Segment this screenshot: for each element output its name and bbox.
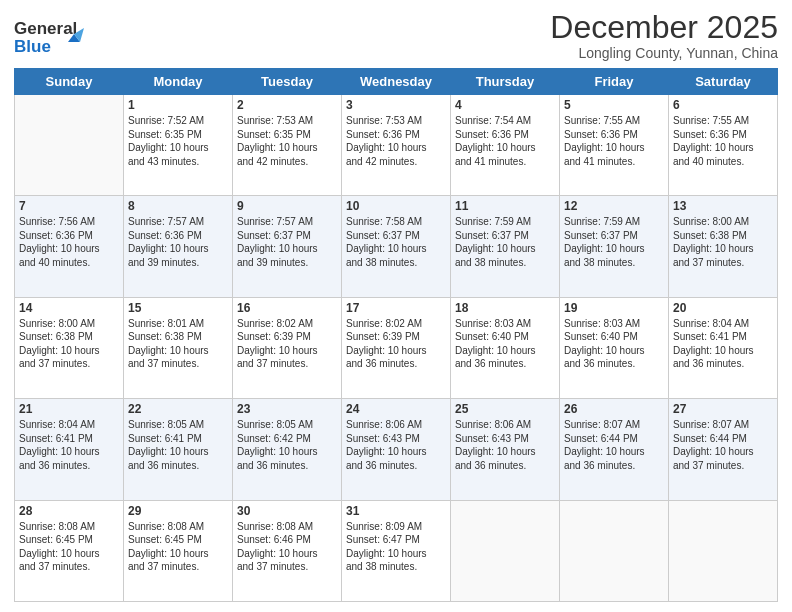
cell-content: Sunrise: 8:00 AMSunset: 6:38 PMDaylight:…	[673, 215, 773, 269]
cell-content: Sunrise: 7:55 AMSunset: 6:36 PMDaylight:…	[564, 114, 664, 168]
cell-content: Sunrise: 8:06 AMSunset: 6:43 PMDaylight:…	[346, 418, 446, 472]
calendar-cell: 1Sunrise: 7:52 AMSunset: 6:35 PMDaylight…	[124, 95, 233, 196]
calendar-cell: 16Sunrise: 8:02 AMSunset: 6:39 PMDayligh…	[233, 297, 342, 398]
calendar-cell: 25Sunrise: 8:06 AMSunset: 6:43 PMDayligh…	[451, 399, 560, 500]
cell-content: Sunrise: 8:02 AMSunset: 6:39 PMDaylight:…	[237, 317, 337, 371]
calendar-cell: 21Sunrise: 8:04 AMSunset: 6:41 PMDayligh…	[15, 399, 124, 500]
cell-content: Sunrise: 8:08 AMSunset: 6:45 PMDaylight:…	[128, 520, 228, 574]
day-number: 14	[19, 301, 119, 315]
calendar-cell: 2Sunrise: 7:53 AMSunset: 6:35 PMDaylight…	[233, 95, 342, 196]
day-number: 28	[19, 504, 119, 518]
calendar-cell: 9Sunrise: 7:57 AMSunset: 6:37 PMDaylight…	[233, 196, 342, 297]
month-title: December 2025	[550, 10, 778, 45]
calendar-cell: 5Sunrise: 7:55 AMSunset: 6:36 PMDaylight…	[560, 95, 669, 196]
day-header-friday: Friday	[560, 69, 669, 95]
day-number: 7	[19, 199, 119, 213]
cell-content: Sunrise: 7:53 AMSunset: 6:36 PMDaylight:…	[346, 114, 446, 168]
day-number: 24	[346, 402, 446, 416]
cell-content: Sunrise: 8:05 AMSunset: 6:42 PMDaylight:…	[237, 418, 337, 472]
calendar-cell: 31Sunrise: 8:09 AMSunset: 6:47 PMDayligh…	[342, 500, 451, 601]
calendar-cell	[451, 500, 560, 601]
day-number: 27	[673, 402, 773, 416]
calendar-cell: 12Sunrise: 7:59 AMSunset: 6:37 PMDayligh…	[560, 196, 669, 297]
day-header-tuesday: Tuesday	[233, 69, 342, 95]
day-number: 18	[455, 301, 555, 315]
day-number: 3	[346, 98, 446, 112]
calendar-header-row: SundayMondayTuesdayWednesdayThursdayFrid…	[15, 69, 778, 95]
calendar-cell: 24Sunrise: 8:06 AMSunset: 6:43 PMDayligh…	[342, 399, 451, 500]
day-number: 17	[346, 301, 446, 315]
cell-content: Sunrise: 8:09 AMSunset: 6:47 PMDaylight:…	[346, 520, 446, 574]
calendar-week-row: 14Sunrise: 8:00 AMSunset: 6:38 PMDayligh…	[15, 297, 778, 398]
calendar-cell: 3Sunrise: 7:53 AMSunset: 6:36 PMDaylight…	[342, 95, 451, 196]
calendar-cell: 11Sunrise: 7:59 AMSunset: 6:37 PMDayligh…	[451, 196, 560, 297]
day-header-monday: Monday	[124, 69, 233, 95]
day-number: 22	[128, 402, 228, 416]
cell-content: Sunrise: 7:57 AMSunset: 6:36 PMDaylight:…	[128, 215, 228, 269]
day-number: 31	[346, 504, 446, 518]
calendar-cell: 8Sunrise: 7:57 AMSunset: 6:36 PMDaylight…	[124, 196, 233, 297]
cell-content: Sunrise: 7:52 AMSunset: 6:35 PMDaylight:…	[128, 114, 228, 168]
calendar-cell: 27Sunrise: 8:07 AMSunset: 6:44 PMDayligh…	[669, 399, 778, 500]
day-number: 29	[128, 504, 228, 518]
cell-content: Sunrise: 8:03 AMSunset: 6:40 PMDaylight:…	[455, 317, 555, 371]
day-number: 2	[237, 98, 337, 112]
calendar-cell: 26Sunrise: 8:07 AMSunset: 6:44 PMDayligh…	[560, 399, 669, 500]
cell-content: Sunrise: 7:59 AMSunset: 6:37 PMDaylight:…	[455, 215, 555, 269]
calendar-week-row: 28Sunrise: 8:08 AMSunset: 6:45 PMDayligh…	[15, 500, 778, 601]
cell-content: Sunrise: 7:54 AMSunset: 6:36 PMDaylight:…	[455, 114, 555, 168]
calendar-cell: 4Sunrise: 7:54 AMSunset: 6:36 PMDaylight…	[451, 95, 560, 196]
cell-content: Sunrise: 8:04 AMSunset: 6:41 PMDaylight:…	[673, 317, 773, 371]
calendar-cell	[560, 500, 669, 601]
cell-content: Sunrise: 8:07 AMSunset: 6:44 PMDaylight:…	[673, 418, 773, 472]
cell-content: Sunrise: 8:08 AMSunset: 6:45 PMDaylight:…	[19, 520, 119, 574]
calendar-cell	[669, 500, 778, 601]
calendar-cell: 20Sunrise: 8:04 AMSunset: 6:41 PMDayligh…	[669, 297, 778, 398]
calendar-cell	[15, 95, 124, 196]
calendar-week-row: 7Sunrise: 7:56 AMSunset: 6:36 PMDaylight…	[15, 196, 778, 297]
day-number: 5	[564, 98, 664, 112]
day-number: 20	[673, 301, 773, 315]
calendar-cell: 10Sunrise: 7:58 AMSunset: 6:37 PMDayligh…	[342, 196, 451, 297]
cell-content: Sunrise: 8:00 AMSunset: 6:38 PMDaylight:…	[19, 317, 119, 371]
day-number: 13	[673, 199, 773, 213]
day-number: 1	[128, 98, 228, 112]
calendar-cell: 15Sunrise: 8:01 AMSunset: 6:38 PMDayligh…	[124, 297, 233, 398]
day-header-thursday: Thursday	[451, 69, 560, 95]
calendar-week-row: 1Sunrise: 7:52 AMSunset: 6:35 PMDaylight…	[15, 95, 778, 196]
calendar-cell: 6Sunrise: 7:55 AMSunset: 6:36 PMDaylight…	[669, 95, 778, 196]
day-header-saturday: Saturday	[669, 69, 778, 95]
calendar-cell: 13Sunrise: 8:00 AMSunset: 6:38 PMDayligh…	[669, 196, 778, 297]
day-number: 6	[673, 98, 773, 112]
cell-content: Sunrise: 7:59 AMSunset: 6:37 PMDaylight:…	[564, 215, 664, 269]
day-number: 16	[237, 301, 337, 315]
cell-content: Sunrise: 8:03 AMSunset: 6:40 PMDaylight:…	[564, 317, 664, 371]
cell-content: Sunrise: 8:01 AMSunset: 6:38 PMDaylight:…	[128, 317, 228, 371]
calendar-cell: 14Sunrise: 8:00 AMSunset: 6:38 PMDayligh…	[15, 297, 124, 398]
logo: General Blue	[14, 14, 94, 62]
calendar-cell: 17Sunrise: 8:02 AMSunset: 6:39 PMDayligh…	[342, 297, 451, 398]
title-section: December 2025 Longling County, Yunnan, C…	[550, 10, 778, 61]
day-number: 26	[564, 402, 664, 416]
cell-content: Sunrise: 7:56 AMSunset: 6:36 PMDaylight:…	[19, 215, 119, 269]
cell-content: Sunrise: 8:05 AMSunset: 6:41 PMDaylight:…	[128, 418, 228, 472]
day-number: 11	[455, 199, 555, 213]
day-number: 12	[564, 199, 664, 213]
cell-content: Sunrise: 7:58 AMSunset: 6:37 PMDaylight:…	[346, 215, 446, 269]
cell-content: Sunrise: 8:07 AMSunset: 6:44 PMDaylight:…	[564, 418, 664, 472]
cell-content: Sunrise: 8:06 AMSunset: 6:43 PMDaylight:…	[455, 418, 555, 472]
day-number: 8	[128, 199, 228, 213]
cell-content: Sunrise: 7:55 AMSunset: 6:36 PMDaylight:…	[673, 114, 773, 168]
logo-text: General Blue	[14, 14, 94, 62]
header: General Blue December 2025 Longling Coun…	[14, 10, 778, 62]
day-number: 23	[237, 402, 337, 416]
day-number: 21	[19, 402, 119, 416]
calendar-cell: 22Sunrise: 8:05 AMSunset: 6:41 PMDayligh…	[124, 399, 233, 500]
calendar-cell: 7Sunrise: 7:56 AMSunset: 6:36 PMDaylight…	[15, 196, 124, 297]
cell-content: Sunrise: 8:08 AMSunset: 6:46 PMDaylight:…	[237, 520, 337, 574]
cell-content: Sunrise: 7:57 AMSunset: 6:37 PMDaylight:…	[237, 215, 337, 269]
day-number: 4	[455, 98, 555, 112]
page: General Blue December 2025 Longling Coun…	[0, 0, 792, 612]
day-number: 25	[455, 402, 555, 416]
day-number: 9	[237, 199, 337, 213]
